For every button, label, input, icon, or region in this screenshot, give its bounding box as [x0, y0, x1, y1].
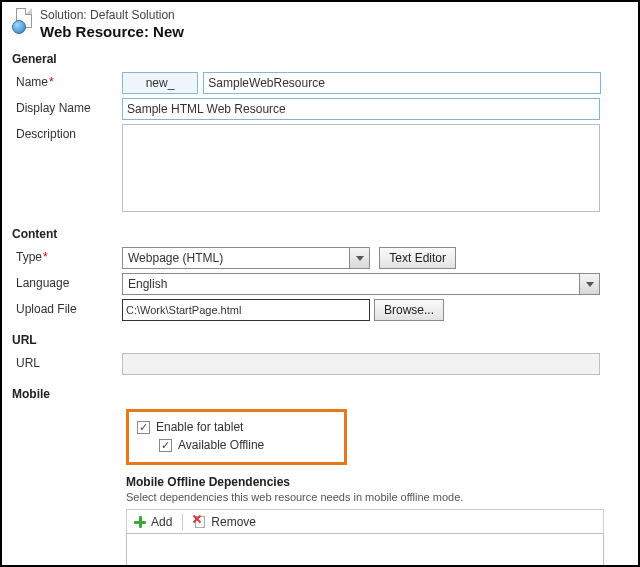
required-asterisk: * [49, 75, 54, 89]
remove-icon [193, 515, 207, 529]
solution-label: Solution: [40, 8, 87, 22]
label-type: Type* [12, 247, 122, 264]
label-description: Description [12, 124, 122, 141]
toolbar-separator [182, 514, 183, 530]
mobile-deps-title: Mobile Offline Dependencies [126, 475, 628, 489]
mobile-highlight: ✓ Enable for tablet ✓ Available Offline [126, 409, 347, 465]
deps-toolbar: Add Remove [126, 509, 604, 533]
solution-name: Default Solution [90, 8, 175, 22]
deps-list[interactable] [126, 533, 604, 567]
plus-icon [133, 515, 147, 529]
header: Solution: Default Solution Web Resource:… [12, 8, 628, 40]
label-language: Language [12, 273, 122, 290]
add-button[interactable]: Add [133, 515, 172, 529]
chevron-down-icon [579, 274, 599, 294]
section-general: General [12, 52, 628, 66]
type-select[interactable]: Webpage (HTML) [122, 247, 370, 269]
name-prefix: new_ [122, 72, 198, 94]
label-upload-file: Upload File [12, 299, 122, 316]
remove-label: Remove [211, 515, 256, 529]
label-display-name: Display Name [12, 98, 122, 115]
chevron-down-icon [349, 248, 369, 268]
required-asterisk: * [43, 250, 48, 264]
upload-file-path[interactable]: C:\Work\StartPage.html [122, 299, 370, 321]
display-name-input[interactable] [122, 98, 600, 120]
label-url: URL [12, 353, 122, 370]
browse-button[interactable]: Browse... [374, 299, 444, 321]
web-resource-form: Solution: Default Solution Web Resource:… [0, 0, 640, 567]
label-name: Name* [12, 72, 122, 89]
enable-tablet-checkbox[interactable]: ✓ [137, 421, 150, 434]
section-mobile: Mobile [12, 387, 628, 401]
available-offline-label: Available Offline [178, 438, 264, 452]
language-select[interactable]: English [122, 273, 600, 295]
enable-tablet-label: Enable for tablet [156, 420, 243, 434]
solution-line: Solution: Default Solution [40, 8, 184, 22]
web-resource-icon [12, 8, 34, 34]
description-input[interactable] [122, 124, 600, 212]
section-content: Content [12, 227, 628, 241]
remove-button[interactable]: Remove [193, 515, 256, 529]
language-selected-text: English [123, 274, 579, 294]
mobile-deps-desc: Select dependencies this web resource ne… [126, 491, 628, 503]
url-readonly [122, 353, 600, 375]
text-editor-button[interactable]: Text Editor [379, 247, 456, 269]
add-label: Add [151, 515, 172, 529]
type-selected-text: Webpage (HTML) [123, 248, 349, 268]
name-input[interactable] [203, 72, 601, 94]
page-title: Web Resource: New [40, 23, 184, 40]
section-url: URL [12, 333, 628, 347]
available-offline-checkbox[interactable]: ✓ [159, 439, 172, 452]
